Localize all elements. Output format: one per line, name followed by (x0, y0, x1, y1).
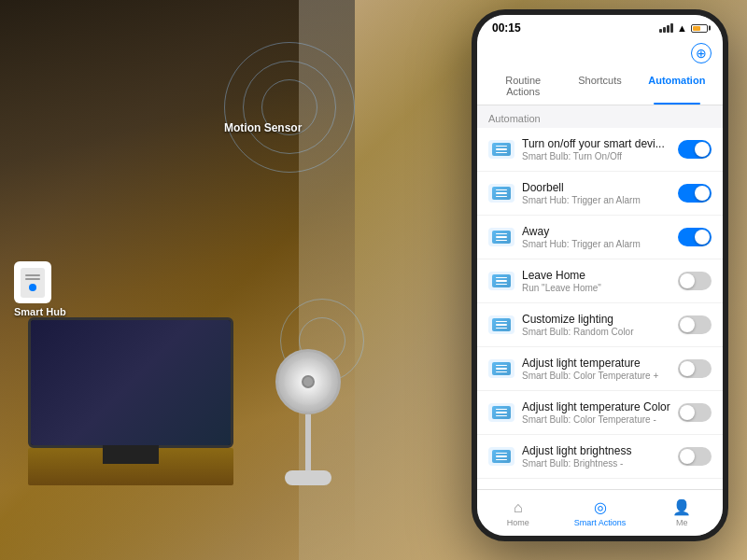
automation-item-3[interactable]: Away Smart Hub: Trigger an Alarm (477, 216, 723, 259)
item-title-8: Adjust light brightness (522, 444, 670, 457)
toggle-5[interactable] (678, 315, 712, 334)
add-button[interactable]: ⊕ (691, 43, 712, 63)
fan-pole (305, 414, 311, 470)
item-text-7: Adjust light temperature Color Smart Bul… (522, 400, 670, 425)
automation-item-1[interactable]: Turn on/off your smart devi... Smart Bul… (477, 128, 723, 172)
status-bar: 00:15 ▲ (477, 15, 723, 41)
item-title-6: Adjust light temperature (522, 357, 670, 370)
toggle-2[interactable] (678, 184, 712, 203)
item-subtitle-6: Smart Bulb: Color Temperature + (522, 371, 670, 381)
item-text-8: Adjust light brightness Smart Bulb: Brig… (522, 444, 670, 469)
item-text-6: Adjust light temperature Smart Bulb: Col… (522, 357, 670, 381)
automation-item-8[interactable]: Adjust light brightness Smart Bulb: Brig… (477, 435, 723, 479)
smart-actions-icon: ◎ (594, 498, 607, 516)
wave-circle-3 (224, 42, 355, 173)
item-icon-6 (488, 359, 514, 378)
phone-screen: 00:15 ▲ ⊕ (477, 15, 723, 536)
item-subtitle-7: Smart Bulb: Color Temperature - (522, 414, 670, 425)
item-icon-3 (488, 228, 514, 246)
item-icon-4 (488, 272, 514, 290)
toggle-4[interactable] (678, 272, 712, 290)
item-text-4: Leave Home Run "Leave Home" (522, 269, 670, 293)
toggle-3[interactable] (678, 228, 712, 246)
item-subtitle-3: Smart Hub: Trigger an Alarm (522, 239, 670, 249)
item-subtitle-1: Smart Bulb: Turn On/Off (522, 151, 670, 161)
signal-icon (659, 23, 673, 33)
item-title-5: Customize lighting (522, 313, 670, 326)
toggle-8[interactable] (678, 447, 712, 466)
tab-automation[interactable]: Automation (639, 67, 715, 105)
automation-item-4[interactable]: Leave Home Run "Leave Home" (477, 259, 723, 303)
tab-routine-actions[interactable]: Routine Actions (485, 67, 561, 105)
automation-item-2[interactable]: Doorbell Smart Hub: Trigger an Alarm (477, 172, 723, 216)
phone-container: 00:15 ▲ ⊕ (472, 9, 728, 541)
item-title-3: Away (522, 225, 670, 238)
item-title-7: Adjust light temperature Color (522, 400, 670, 413)
fan-base (285, 470, 331, 485)
bottom-navigation: ⌂ Home ◎ Smart Actions 👤 Me (477, 489, 723, 536)
item-icon-7 (488, 403, 514, 422)
tv (28, 317, 233, 448)
item-text-1: Turn on/off your smart devi... Smart Bul… (522, 137, 670, 161)
smart-hub-device (14, 261, 51, 303)
bottom-nav-smart-actions[interactable]: ◎ Smart Actions (559, 498, 641, 527)
item-text-5: Customize lighting Smart Bulb: Random Co… (522, 313, 670, 337)
automation-item-7[interactable]: Adjust light temperature Color Smart Bul… (477, 391, 723, 435)
toggle-7[interactable] (678, 403, 712, 422)
toggle-6[interactable] (678, 359, 712, 378)
item-subtitle-4: Run "Leave Home" (522, 283, 670, 293)
automation-item-5[interactable]: Customize lighting Smart Bulb: Random Co… (477, 303, 723, 347)
battery-icon (691, 24, 708, 33)
tv-screen (31, 320, 231, 445)
section-label: Automation (477, 105, 723, 128)
automation-item-6[interactable]: Adjust light temperature Smart Bulb: Col… (477, 347, 723, 391)
profile-icon: 👤 (672, 498, 691, 516)
item-text-3: Away Smart Hub: Trigger an Alarm (522, 225, 670, 249)
item-text-2: Doorbell Smart Hub: Trigger an Alarm (522, 181, 670, 205)
automation-item-9[interactable]: Adjust light brightness Smart Bulb: Brig… (477, 479, 723, 489)
status-icons: ▲ (659, 22, 708, 34)
phone-frame: 00:15 ▲ ⊕ (472, 9, 728, 541)
status-time: 00:15 (492, 21, 521, 35)
battery-fill (693, 26, 700, 31)
bottom-nav-home[interactable]: ⌂ Home (477, 499, 559, 527)
tab-navigation: Routine Actions Shortcuts Automation (477, 67, 723, 105)
item-title-2: Doorbell (522, 181, 670, 194)
fan (271, 349, 345, 485)
motion-sensor-label: Motion Sensor (224, 121, 302, 134)
item-icon-2 (488, 184, 514, 203)
item-icon-5 (488, 315, 514, 334)
item-subtitle-8: Smart Bulb: Brightness - (522, 458, 670, 469)
toggle-1[interactable] (678, 140, 712, 159)
automation-list: Turn on/off your smart devi... Smart Bul… (477, 128, 723, 489)
item-title-4: Leave Home (522, 269, 670, 282)
smart-hub-label: Smart Hub (14, 306, 66, 317)
item-subtitle-5: Smart Bulb: Random Color (522, 327, 670, 337)
tab-shortcuts[interactable]: Shortcuts (561, 67, 638, 105)
item-icon-8 (488, 447, 514, 466)
home-icon: ⌂ (514, 499, 523, 516)
fan-head (275, 349, 341, 414)
item-title-1: Turn on/off your smart devi... (522, 137, 670, 150)
bottom-nav-me[interactable]: 👤 Me (641, 498, 723, 527)
item-icon-1 (488, 140, 514, 159)
item-subtitle-2: Smart Hub: Trigger an Alarm (522, 195, 670, 205)
wifi-icon: ▲ (677, 22, 687, 34)
add-button-container: ⊕ (477, 41, 723, 67)
